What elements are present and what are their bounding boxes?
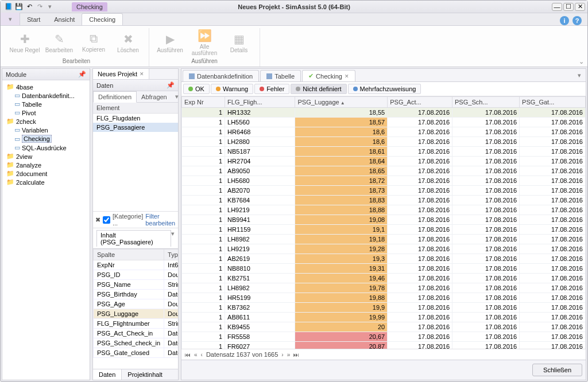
tree-item[interactable]: ▭Datenbankdefinit... (13, 91, 88, 100)
tree-folder[interactable]: 📁2check (5, 117, 88, 126)
table-row[interactable]: 1FR602720,8717.08.201617.08.201617.08.20… (182, 342, 586, 349)
table-row[interactable]: 1AB861119,9917.08.201617.08.201617.08.20… (182, 313, 586, 322)
inhalt-dropdown-icon[interactable]: ▾ (171, 230, 175, 247)
element-item[interactable]: PSG_Passagiere (93, 123, 178, 132)
content-tab[interactable]: Datenbankdefinition (183, 70, 259, 81)
prop-row[interactable]: PSG_IDDouble (94, 270, 179, 280)
pager-last-icon[interactable]: ⏭ (293, 352, 299, 358)
prop-row[interactable]: FLG_FlightnumberString (94, 319, 179, 329)
ribbon-collapse-icon[interactable]: ⌄ (579, 58, 584, 65)
tree-folder[interactable]: 📁2calculate (5, 178, 88, 186)
table-row[interactable]: 1HR115919,117.08.201617.08.201617.08.201… (182, 225, 586, 235)
table-row[interactable]: 1LH288018,617.08.201617.08.201617.08.201… (182, 137, 586, 147)
table-row[interactable]: 1LH898219,7817.08.201617.08.201617.08.20… (182, 283, 586, 293)
tree-folder[interactable]: 📁2analyze (5, 161, 88, 169)
close-button[interactable]: Schließen (532, 364, 582, 376)
maximize-button[interactable]: ☐ (563, 3, 574, 11)
table-row[interactable]: 1LH898219,1817.08.201617.08.201617.08.20… (182, 235, 586, 244)
inhalt-tab[interactable]: Inhalt (PSG_Passagiere) (96, 230, 171, 247)
filter-chip[interactable]: Fehler (254, 84, 289, 94)
new-rule-button[interactable]: ✚Neue Regel (9, 28, 41, 57)
ribbon-tab-checking[interactable]: Checking (82, 13, 123, 25)
filter-chip[interactable]: Warnung (211, 84, 253, 94)
table-row[interactable]: 1HR270418,6417.08.201617.08.201617.08.20… (182, 157, 586, 166)
ribbon-tab-ansicht[interactable]: Ansicht (47, 14, 82, 25)
properties-table[interactable]: SpalteTypExpNrInt64PSG_IDDoublePSG_NameS… (93, 249, 178, 369)
pager-nextpage-icon[interactable]: » (287, 352, 291, 358)
bottom-tab-daten[interactable]: Daten (93, 369, 122, 380)
prop-row[interactable]: PSG_LuggageDouble (94, 309, 179, 319)
help-icon[interactable]: ? (572, 16, 582, 25)
tree-item[interactable]: ▭Checking (13, 134, 88, 143)
table-row[interactable]: 1FR555820,6717.08.201617.08.201617.08.20… (182, 332, 586, 342)
doc-tab-project[interactable]: Neues Projekt✕ (93, 69, 149, 79)
table-row[interactable]: 1LH556018,5717.08.201617.08.201617.08.20… (182, 118, 586, 127)
content-tab[interactable]: Tabelle (260, 70, 301, 81)
ribbon-tab-start[interactable]: Start (20, 14, 47, 25)
grid-header[interactable]: Exp Nr (182, 97, 225, 108)
tree-folder[interactable]: 📁2document (5, 169, 88, 178)
run-button[interactable]: ▶Ausführen (154, 28, 186, 57)
table-row[interactable]: 1LH921918,8817.08.201617.08.201617.08.20… (182, 205, 586, 215)
data-grid[interactable]: Exp NrFLG_Fligh...PSG_LuggagePSG_Act...P… (181, 96, 586, 349)
copy-button[interactable]: ⧉Kopieren (78, 28, 110, 57)
filter-checkbox[interactable] (103, 216, 110, 224)
tree-item[interactable]: ▭Tabelle (13, 100, 88, 108)
module-tree[interactable]: 📁4base▭Datenbankdefinit...▭Tabelle▭Pivot… (2, 80, 90, 380)
save-icon[interactable]: 💾 (14, 2, 24, 11)
grid-header[interactable]: PSG_Sch... (452, 97, 520, 108)
subtab-definitionen[interactable]: Definitionen (93, 91, 137, 103)
element-item[interactable]: FLG_Flugdaten (93, 114, 178, 123)
undo-icon[interactable]: ↶ (25, 2, 34, 11)
filter-chip[interactable]: Mehrfachzuweisung (348, 84, 421, 94)
filter-chip[interactable]: OK (183, 84, 210, 94)
tree-item[interactable]: ▭SQL-Ausdrücke (13, 143, 88, 152)
minimize-button[interactable]: — (552, 3, 562, 11)
table-row[interactable]: 1LH921919,2817.08.201617.08.201617.08.20… (182, 244, 586, 254)
close-icon[interactable]: ✕ (345, 73, 349, 79)
close-window-button[interactable]: ✕ (575, 3, 585, 11)
prop-row[interactable]: PSG_Gate_closedDateTime (94, 348, 179, 358)
table-row[interactable]: 1NB994119,0817.08.201617.08.201617.08.20… (182, 215, 586, 225)
content-tab-dropdown-icon[interactable]: ▾ (574, 70, 585, 81)
table-row[interactable]: 1LH568018,7217.08.201617.08.201617.08.20… (182, 176, 586, 186)
pager-prev-icon[interactable]: ‹ (201, 352, 203, 358)
table-row[interactable]: 1AB261919,317.08.201617.08.201617.08.201… (182, 254, 586, 264)
run-all-button[interactable]: ⏩Alle ausführen (188, 28, 220, 57)
table-row[interactable]: 1KB275119,4617.08.201617.08.201617.08.20… (182, 274, 586, 283)
grid-header[interactable]: PSG_Act... (388, 97, 452, 108)
delete-button[interactable]: ✖Löschen (112, 28, 144, 57)
table-row[interactable]: 1HR646818,617.08.201617.08.201617.08.201… (182, 127, 586, 137)
table-row[interactable]: 1NB881019,3117.08.201617.08.201617.08.20… (182, 264, 586, 274)
prop-header[interactable]: Spalte (94, 250, 164, 260)
table-row[interactable]: 1KB736219,917.08.201617.08.201617.08.201… (182, 303, 586, 313)
grid-header[interactable]: PSG_Gat... (520, 97, 586, 108)
pin-icon[interactable]: 📌 (78, 71, 86, 78)
info-icon[interactable]: i (560, 16, 569, 25)
element-list[interactable]: FLG_FlugdatenPSG_Passagiere (93, 114, 178, 211)
prop-row[interactable]: PSG_BirthdayDateTime (94, 290, 179, 299)
file-menu-button[interactable]: ▾ (1, 13, 20, 25)
tree-item[interactable]: ▭Variablen (13, 126, 88, 134)
pin-icon[interactable]: 📌 (167, 81, 175, 89)
prop-header[interactable]: Typ (164, 250, 178, 260)
filter-chip[interactable]: Nicht definiert (291, 84, 346, 94)
grid-header[interactable]: FLG_Fligh... (225, 97, 295, 108)
close-icon[interactable]: ✕ (140, 71, 144, 77)
table-row[interactable]: 1AB905018,6517.08.201617.08.201617.08.20… (182, 166, 586, 176)
tree-item[interactable]: ▭Pivot (13, 108, 88, 117)
prop-row[interactable]: ExpNrInt64 (94, 260, 179, 270)
details-button[interactable]: ▦Details (223, 28, 255, 57)
prop-row[interactable]: PSG_Act_Check_inDateTime (94, 329, 179, 338)
content-tab[interactable]: ✔Checking✕ (302, 70, 355, 81)
prop-row[interactable]: PSG_NameString (94, 280, 179, 290)
edit-button[interactable]: ✎Bearbeiten (43, 28, 75, 57)
table-row[interactable]: 1KB94552017.08.201617.08.201617.08.2016 (182, 322, 586, 332)
table-row[interactable]: 1KB768418,8317.08.201617.08.201617.08.20… (182, 196, 586, 205)
table-row[interactable]: 1AB207018,7317.08.201617.08.201617.08.20… (182, 186, 586, 196)
table-row[interactable]: 1HR133218,5517.08.201617.08.201617.08.20… (182, 108, 586, 118)
table-row[interactable]: 1HR519919,8817.08.201617.08.201617.08.20… (182, 293, 586, 303)
pager-first-icon[interactable]: ⏮ (185, 352, 191, 358)
redo-icon[interactable]: ↷ (35, 2, 44, 11)
tree-folder[interactable]: 📁4base (5, 83, 88, 91)
